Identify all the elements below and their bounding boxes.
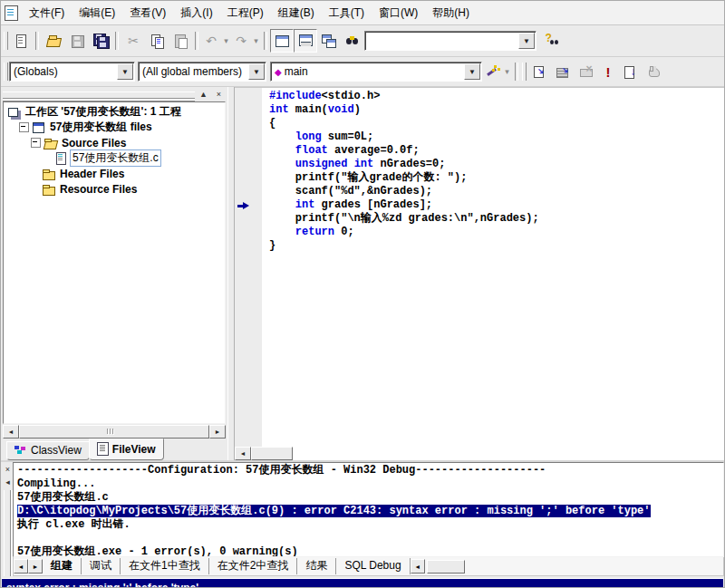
- wizard-actions-dropdown[interactable]: ▾: [502, 61, 512, 82]
- tree-item[interactable]: 工作区 '57使用变长数组': 1 工程: [4, 104, 225, 120]
- open-button[interactable]: [42, 29, 65, 53]
- redo-button[interactable]: ↷: [231, 29, 251, 53]
- tree-item[interactable]: 57使用变长数组 files: [4, 120, 225, 135]
- output-line[interactable]: Compiling...: [17, 477, 720, 491]
- code-area[interactable]: #include<stdio.h>int main(void){ long su…: [235, 90, 724, 253]
- filter-dropdown[interactable]: ▼: [248, 63, 265, 80]
- wizard-actions-button[interactable]: [482, 60, 502, 83]
- copy-button[interactable]: [145, 29, 169, 53]
- tree-item[interactable]: Header Files: [4, 166, 225, 181]
- output-tab-find-in-files-2[interactable]: 在文件2中查找: [209, 558, 298, 574]
- class-scope-dropdown[interactable]: ▼: [117, 63, 133, 80]
- toolbar-grip[interactable]: [522, 63, 527, 81]
- output-toggle-button[interactable]: [294, 29, 317, 53]
- code-line[interactable]: {: [235, 117, 724, 130]
- member-combobox[interactable]: ◆main ▼: [270, 62, 482, 82]
- code-line[interactable]: }: [235, 239, 724, 253]
- menu-item-view[interactable]: 查看(V): [122, 4, 173, 22]
- scrollbar-thumb[interactable]: [251, 447, 293, 460]
- find-combobox[interactable]: ▼: [364, 31, 536, 51]
- redo-dropdown[interactable]: ▾: [251, 30, 261, 52]
- new-text-file-button[interactable]: [9, 29, 33, 53]
- menu-item-project[interactable]: 工程(P): [220, 4, 271, 22]
- scrollbar-thumb[interactable]: [19, 425, 209, 439]
- tree-item[interactable]: Source Files: [4, 135, 225, 150]
- scroll-left-button[interactable]: ◄: [3, 425, 19, 439]
- breakpoint-button[interactable]: [642, 60, 665, 83]
- workspace-minimize-button[interactable]: ▲: [197, 89, 210, 101]
- output-tab-build[interactable]: 组建: [43, 558, 82, 574]
- output-hscroll-left-button[interactable]: ◄: [411, 559, 425, 574]
- save-button[interactable]: [65, 29, 89, 53]
- toolbar-grip[interactable]: [4, 32, 8, 50]
- filter-value[interactable]: (All global members): [139, 65, 247, 78]
- workspace-dock-grip[interactable]: ▲ ×: [3, 89, 226, 101]
- find-combobox-dropdown[interactable]: ▼: [518, 33, 535, 49]
- dock-grip-lines[interactable]: [4, 490, 11, 576]
- class-scope-value[interactable]: (Globals): [10, 65, 116, 78]
- code-line[interactable]: float average=0.0f;: [235, 144, 724, 158]
- editor-hscrollbar[interactable]: ◄: [235, 446, 293, 460]
- window-list-button[interactable]: [317, 29, 341, 53]
- output-line[interactable]: D:\C\itopdog\MyProjects\57使用变长数组.c(9) : …: [17, 505, 720, 518]
- code-line[interactable]: long sum=0L;: [235, 130, 724, 144]
- output-hscroll-thumb[interactable]: [427, 560, 465, 574]
- workspace-toggle-button[interactable]: [270, 29, 294, 53]
- tree-expander[interactable]: [19, 122, 29, 132]
- menu-item-edit[interactable]: 编辑(E): [72, 4, 122, 22]
- code-line[interactable]: printf("输入grade的个数: ");: [235, 171, 724, 185]
- stop-build-button[interactable]: [575, 60, 598, 83]
- find-in-files-button[interactable]: [341, 29, 364, 53]
- dock-grip-lines[interactable]: [3, 92, 195, 99]
- code-line[interactable]: return 0;: [235, 226, 724, 239]
- compile-button[interactable]: [527, 60, 551, 83]
- output-line[interactable]: 57使用变长数组.exe - 1 error(s), 0 warning(s): [17, 545, 720, 557]
- go-debug-button[interactable]: [618, 60, 642, 83]
- code-line[interactable]: #include<stdio.h>: [235, 90, 724, 103]
- search-help-button[interactable]: [540, 29, 564, 53]
- paste-button[interactable]: [169, 29, 192, 53]
- undo-dropdown[interactable]: ▾: [221, 30, 231, 52]
- scroll-left-button[interactable]: ◄: [235, 447, 251, 460]
- mdi-document-icon[interactable]: [5, 5, 18, 21]
- menu-item-help[interactable]: 帮助(H): [425, 4, 477, 22]
- tree-item[interactable]: 57使用变长数组.c: [4, 150, 225, 166]
- output-tab-debug[interactable]: 调试: [82, 558, 121, 574]
- build-button[interactable]: [551, 60, 575, 83]
- code-line[interactable]: unsigned int nGrades=0;: [235, 158, 724, 171]
- output-line[interactable]: --------------------Configuration: 57使用变…: [17, 464, 720, 477]
- tab-classview[interactable]: ClassView: [6, 441, 90, 460]
- menu-item-insert[interactable]: 插入(I): [173, 4, 219, 22]
- output-text[interactable]: --------------------Configuration: 57使用变…: [13, 462, 724, 557]
- toolbar-grip[interactable]: [4, 63, 8, 81]
- output-tab-results[interactable]: 结果: [297, 558, 336, 574]
- workspace-close-button[interactable]: ×: [212, 89, 226, 101]
- code-line[interactable]: int grades [nGrades];: [235, 198, 724, 212]
- class-scope-combobox[interactable]: (Globals) ▼: [9, 62, 135, 82]
- member-value[interactable]: ◆main: [271, 65, 463, 78]
- cut-button[interactable]: ✂: [121, 29, 145, 53]
- member-dropdown[interactable]: ▼: [464, 63, 480, 80]
- code-line[interactable]: scanf("%d",&nGrades);: [235, 185, 724, 198]
- code-line[interactable]: printf("\n输入%zd grades:\n",nGrades);: [235, 212, 724, 226]
- menu-item-window[interactable]: 窗口(W): [372, 4, 425, 22]
- filter-combobox[interactable]: (All global members) ▼: [138, 62, 266, 82]
- save-all-button[interactable]: [89, 29, 112, 53]
- output-dock-grip[interactable]: × ◂: [1, 462, 13, 576]
- vertical-splitter[interactable]: [227, 87, 235, 460]
- execute-program-button[interactable]: !: [598, 60, 618, 83]
- workspace-hscrollbar[interactable]: ◄ ►: [3, 425, 226, 439]
- tree-item[interactable]: Resource Files: [4, 181, 225, 197]
- output-line[interactable]: 执行 cl.exe 时出错.: [17, 518, 720, 532]
- menu-item-tools[interactable]: 工具(T): [322, 4, 372, 22]
- output-tab-sql-debug[interactable]: SQL Debug: [336, 558, 410, 574]
- undo-button[interactable]: ↶: [201, 29, 221, 53]
- tree-expander[interactable]: [31, 138, 41, 148]
- scroll-right-button[interactable]: ►: [209, 425, 226, 439]
- code-line[interactable]: int main(void): [235, 103, 724, 117]
- menu-item-build[interactable]: 组建(B): [271, 4, 322, 22]
- output-line[interactable]: 57使用变长数组.c: [17, 491, 720, 505]
- menu-item-file[interactable]: 文件(F): [22, 4, 72, 22]
- code-editor[interactable]: #include<stdio.h>int main(void){ long su…: [235, 87, 724, 460]
- tabs-scroll-left-button[interactable]: ◄: [14, 559, 28, 574]
